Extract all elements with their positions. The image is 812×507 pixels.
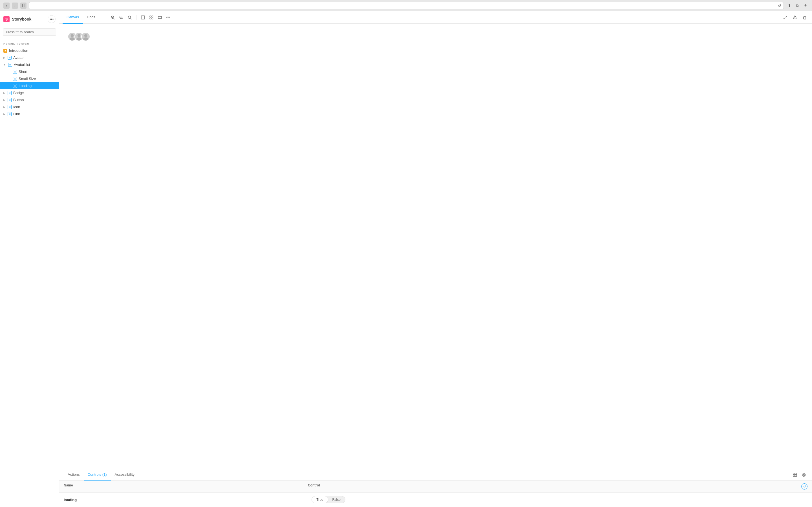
zoom-in-button[interactable] xyxy=(109,13,117,22)
sidebar-menu-button[interactable]: ••• xyxy=(48,15,56,23)
svg-rect-30 xyxy=(793,473,795,474)
svg-point-29 xyxy=(83,38,88,41)
toolbar-tabs: Canvas Docs xyxy=(63,11,99,24)
zoom-out-button[interactable] xyxy=(117,13,125,22)
sidebar-item-short[interactable]: ⊡ Short xyxy=(0,68,59,75)
story-icon: ⊡ xyxy=(13,70,17,74)
toolbar-divider-2 xyxy=(136,15,137,20)
svg-point-25 xyxy=(70,38,75,41)
control-toggle-loading: True False xyxy=(312,496,808,503)
expand-icon: ▶ xyxy=(3,106,5,108)
canvas-preview xyxy=(65,29,806,44)
expand-icon: ▶ xyxy=(3,56,5,59)
sidebar-item-label: Link xyxy=(13,112,20,116)
expand-icon: ▶ xyxy=(3,99,5,101)
sidebar-item-icon[interactable]: ▶ ⊞ Icon xyxy=(0,103,59,110)
search-input[interactable] xyxy=(3,29,56,36)
controls-header-actions: ↺ xyxy=(796,483,808,490)
sidebar-item-button[interactable]: ▶ ⊞ Button xyxy=(0,96,59,103)
back-button[interactable]: ‹ xyxy=(3,3,10,9)
avatar-group xyxy=(68,32,90,41)
svg-rect-16 xyxy=(158,16,161,18)
copy-canvas-button[interactable] xyxy=(800,13,809,22)
svg-rect-1 xyxy=(24,4,25,7)
panel-grid-button[interactable] xyxy=(791,471,799,478)
storybook-logo-icon: S xyxy=(3,16,10,22)
tab-accessibility[interactable]: Accessibility xyxy=(111,469,139,481)
svg-rect-31 xyxy=(795,473,797,474)
sidebar-item-label: Small Size xyxy=(18,76,36,81)
svg-rect-33 xyxy=(795,475,797,476)
tab-docs[interactable]: Docs xyxy=(83,11,99,24)
sidebar-item-badge[interactable]: ▶ ⊞ Badge xyxy=(0,89,59,96)
sidebar-item-loading[interactable]: ⊡ Loading xyxy=(0,82,59,89)
svg-point-24 xyxy=(71,34,74,37)
expand-button[interactable] xyxy=(781,13,790,22)
toggle-false-button[interactable]: False xyxy=(328,496,345,503)
url-input[interactable]: localhost xyxy=(31,4,778,8)
tab-canvas[interactable]: Canvas xyxy=(63,11,83,24)
expand-icon: ▼ xyxy=(3,63,6,66)
share-button[interactable]: ⬆ xyxy=(786,3,792,9)
component-icon: ⊞ xyxy=(8,112,11,116)
view-outline-button[interactable] xyxy=(156,13,164,22)
toggle-true-button[interactable]: True xyxy=(312,496,327,503)
sidebar-item-label: Avatar xyxy=(13,55,24,60)
new-tab-button[interactable]: + xyxy=(802,3,809,9)
avatar xyxy=(81,32,90,41)
panel-close-button[interactable] xyxy=(800,471,808,478)
sidebar-item-label: Loading xyxy=(18,83,32,88)
measure-button[interactable] xyxy=(164,13,172,22)
sidebar-item-avatarlist[interactable]: ▼ ⊞ AvatarList xyxy=(0,61,59,68)
svg-rect-23 xyxy=(804,17,806,19)
tab-controls[interactable]: Controls (1) xyxy=(84,469,111,481)
control-name-loading: loading xyxy=(64,498,312,502)
expand-icon: ▶ xyxy=(3,113,5,115)
svg-rect-32 xyxy=(793,475,795,476)
controls-header-control: Control xyxy=(308,483,796,490)
sidebar-item-link[interactable]: ▶ ⊞ Link xyxy=(0,110,59,117)
sidebar-item-label: Button xyxy=(13,98,24,102)
browser-chrome: ‹ › localhost ↺ ⬆ ⧉ + xyxy=(0,0,812,11)
sidebar-toggle-button[interactable] xyxy=(20,3,27,9)
component-icon: ⊞ xyxy=(8,105,11,109)
forward-button[interactable]: › xyxy=(12,3,18,9)
share-canvas-button[interactable] xyxy=(791,13,799,22)
reload-controls-button[interactable]: ↺ xyxy=(801,483,808,490)
svg-point-27 xyxy=(77,38,82,41)
sidebar-item-label: Introduction xyxy=(9,48,28,53)
sidebar: S Storybook ••• DESIGN SYSTEM ■ Introduc… xyxy=(0,11,59,507)
storybook-logo: S Storybook xyxy=(3,16,31,22)
sidebar-item-label: AvatarList xyxy=(14,62,30,67)
svg-rect-11 xyxy=(141,16,145,19)
nav-section-label: DESIGN SYSTEM xyxy=(0,41,59,47)
sidebar-header: S Storybook ••• xyxy=(0,11,59,26)
toolbar: Canvas Docs xyxy=(59,11,812,24)
sidebar-item-smallsize[interactable]: ⊡ Small Size xyxy=(0,75,59,82)
canvas-area xyxy=(59,24,812,469)
zoom-reset-button[interactable] xyxy=(125,13,134,22)
svg-line-3 xyxy=(113,18,114,19)
sidebar-item-label: Icon xyxy=(13,105,20,109)
component-icon: ⊞ xyxy=(8,56,11,60)
sidebar-search xyxy=(0,26,59,38)
doc-icon: ■ xyxy=(3,49,7,53)
reload-button[interactable]: ↺ xyxy=(778,3,781,8)
svg-rect-12 xyxy=(150,16,151,17)
svg-rect-15 xyxy=(152,18,153,19)
sidebar-item-introduction[interactable]: ■ Introduction xyxy=(0,47,59,54)
component-icon: ⊞ xyxy=(8,91,11,95)
sidebar-nav: DESIGN SYSTEM ■ Introduction ▶ ⊞ Avatar … xyxy=(0,38,59,507)
svg-line-7 xyxy=(122,18,123,19)
story-icon-active: ⊡ xyxy=(13,84,17,88)
sidebar-item-label: Short xyxy=(18,69,28,74)
view-single-button[interactable] xyxy=(139,13,147,22)
expand-icon: ▶ xyxy=(3,92,5,94)
view-grid-button[interactable] xyxy=(147,13,156,22)
tab-actions[interactable]: Actions xyxy=(64,469,84,481)
svg-point-28 xyxy=(84,34,87,37)
panel-tab-actions xyxy=(791,471,808,478)
sidebar-item-avatar[interactable]: ▶ ⊞ Avatar xyxy=(0,54,59,61)
address-bar[interactable]: localhost ↺ xyxy=(29,2,784,9)
duplicate-button[interactable]: ⧉ xyxy=(794,3,800,9)
